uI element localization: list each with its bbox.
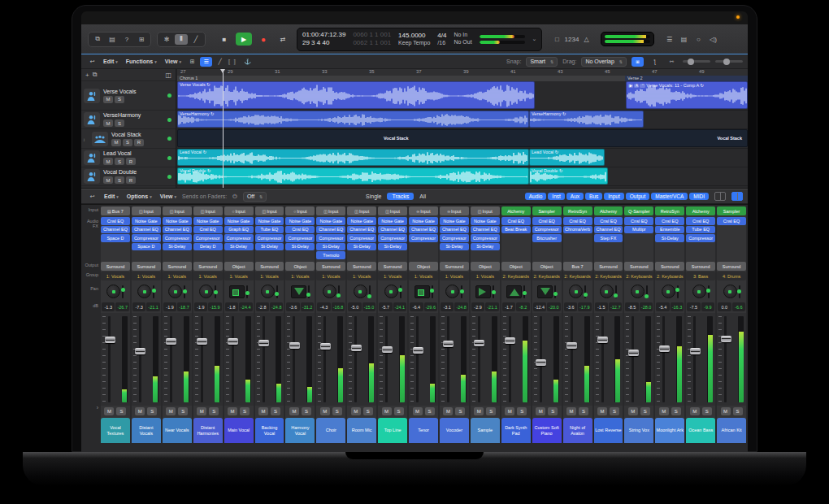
channel-name[interactable]: Vocal Textures: [101, 418, 130, 443]
mute-button[interactable]: M: [474, 407, 484, 415]
pan-mini-slider[interactable]: [708, 285, 710, 298]
fx-plugin-channel-eq[interactable]: Channel EQ: [471, 226, 500, 234]
fx-plugin-noise-gate[interactable]: Noise Gate: [378, 217, 407, 225]
input-slot[interactable]: RetroSyn: [563, 206, 592, 215]
fx-plugin-bitcrusher[interactable]: Bitcrusher: [532, 234, 562, 242]
track-header-vocal-double[interactable]: Vocal DoubleMSR: [81, 167, 176, 186]
duplicate-track-icon[interactable]: ⧉: [93, 71, 98, 79]
zoom-vertical-icon[interactable]: ƪ: [649, 57, 661, 67]
solo-button[interactable]: S: [116, 407, 126, 415]
fx-plugin-tremolo[interactable]: Tremolo: [316, 251, 345, 259]
mute-button[interactable]: M: [536, 407, 545, 415]
pan-knob[interactable]: [261, 285, 275, 298]
fader-cap[interactable]: [597, 337, 608, 343]
fader-cap[interactable]: [413, 347, 423, 354]
fader-cap[interactable]: [135, 348, 145, 354]
solo-button[interactable]: S: [209, 407, 219, 415]
pan-mini-slider[interactable]: [369, 285, 371, 298]
mute-button[interactable]: M: [413, 407, 423, 415]
channel-name[interactable]: Room Mic: [347, 418, 376, 443]
fx-plugin-compressor[interactable]: Compressor: [255, 234, 284, 242]
channel-name[interactable]: String Vox: [624, 418, 653, 443]
pan-knob[interactable]: [354, 285, 367, 298]
pan-knob[interactable]: [137, 285, 151, 298]
count-in-icon[interactable]: 1234: [565, 34, 578, 45]
menu-functions[interactable]: Functions▾: [126, 59, 157, 64]
output-slot[interactable]: Surround: [132, 262, 161, 271]
record-enable-button[interactable]: R: [134, 139, 144, 146]
pan-control[interactable]: [563, 281, 592, 302]
region-verse-vocals-11-comp-a[interactable]: ▶A⌃ Verse Vocals: 11 - Comp A ↻: [626, 81, 748, 109]
fx-plugin-compressor[interactable]: Compressor: [440, 234, 469, 242]
pan-mini-slider[interactable]: [646, 285, 648, 298]
input-slot[interactable]: ◫Input: [471, 206, 500, 215]
fx-plugin-noise-gate[interactable]: Noise Gate: [471, 217, 500, 225]
mixer-menu-view[interactable]: View▾: [160, 193, 176, 199]
pan-control[interactable]: [224, 281, 254, 302]
fx-plugin-noise-gate[interactable]: Noise Gate: [440, 217, 469, 225]
fader-cap[interactable]: [505, 337, 515, 344]
group-slot[interactable]: 2: Keyboards: [624, 272, 653, 280]
fx-plugin-ensemble[interactable]: Ensemble: [655, 226, 684, 234]
solo-button[interactable]: S: [302, 407, 311, 415]
lcd-chevron-icon[interactable]: ⌄: [532, 36, 537, 42]
output-slot[interactable]: Surround: [101, 262, 130, 271]
mute-button[interactable]: M: [382, 407, 392, 415]
fx-plugin-compressor[interactable]: Compressor: [347, 234, 376, 242]
mute-button[interactable]: M: [628, 407, 638, 415]
object-pan-pad[interactable]: [229, 285, 245, 298]
output-slot[interactable]: Surround: [193, 262, 223, 271]
solo-button[interactable]: S: [425, 407, 435, 415]
pan-mini-slider[interactable]: [584, 285, 586, 298]
fx-plugin-tube-eq[interactable]: Tube EQ: [255, 226, 284, 234]
fx-plugin-cnsl-eq[interactable]: Cnsl EQ: [101, 217, 130, 225]
region-vocal-double[interactable]: Vocal Double ↻: [177, 167, 529, 185]
back-icon[interactable]: ↩: [86, 57, 98, 67]
record-ready-dot[interactable]: [167, 156, 171, 160]
mute-button[interactable]: M: [103, 119, 113, 127]
wide-strips-icon[interactable]: [731, 192, 743, 201]
pan-control[interactable]: [624, 281, 653, 302]
marker-chorus-1[interactable]: Chorus 1: [177, 76, 625, 81]
pan-control[interactable]: [285, 281, 315, 302]
fader-cap[interactable]: [228, 338, 238, 345]
pan-knob[interactable]: [692, 285, 706, 298]
pan-mini-slider[interactable]: [276, 285, 278, 298]
fader-cap[interactable]: [628, 350, 639, 356]
pan-knob[interactable]: [106, 285, 120, 298]
output-slot[interactable]: Surround: [594, 262, 623, 271]
pan-knob[interactable]: [323, 285, 336, 298]
fx-plugin-channel-eq[interactable]: Channel EQ: [316, 226, 345, 234]
smart-controls-icon[interactable]: ⊞: [135, 34, 148, 45]
filter-master-vca[interactable]: Master/VCA: [651, 193, 688, 200]
fx-plugin-cnsl-eq[interactable]: Cnsl EQ: [624, 217, 653, 225]
filter-aux[interactable]: Aux: [566, 193, 584, 200]
input-slot[interactable]: RetroSyn: [655, 206, 684, 215]
pan-mini-slider[interactable]: [184, 285, 185, 298]
group-slot[interactable]: 4: Drums: [717, 272, 746, 280]
object-pan-pad[interactable]: [537, 285, 553, 298]
menu-view[interactable]: View▾: [165, 59, 181, 64]
output-slot[interactable]: Object: [532, 262, 562, 271]
group-slot[interactable]: 1: Vocals: [255, 272, 284, 280]
fader-cap[interactable]: [690, 348, 701, 354]
output-slot[interactable]: Object: [285, 262, 315, 271]
output-slot[interactable]: Object: [224, 262, 254, 271]
tuner-icon[interactable]: ✻: [160, 34, 173, 45]
region-lead-vocal[interactable]: Lead Vocal ↻: [177, 149, 529, 166]
group-slot[interactable]: 1: Vocals: [347, 272, 376, 280]
input-slot[interactable]: ◫Input: [163, 206, 192, 215]
group-slot[interactable]: 1: Vocals: [440, 272, 469, 280]
fader-cap[interactable]: [659, 345, 670, 352]
pan-control[interactable]: [717, 281, 746, 302]
fx-plugin-compressor[interactable]: Compressor: [132, 234, 161, 242]
output-slot[interactable]: Object: [471, 262, 500, 271]
record-ready-dot[interactable]: [167, 118, 171, 122]
fx-plugin-channel-eq[interactable]: Channel EQ: [409, 226, 438, 234]
record-ready-dot[interactable]: [167, 175, 171, 179]
pan-mini-slider[interactable]: [677, 285, 679, 298]
channel-name[interactable]: Sample: [471, 418, 500, 443]
fx-plugin-st-delay[interactable]: St-Delay: [440, 243, 469, 251]
fx-plugin-cnsl-eq[interactable]: Cnsl EQ: [501, 217, 531, 225]
solo-button[interactable]: S: [671, 407, 681, 415]
